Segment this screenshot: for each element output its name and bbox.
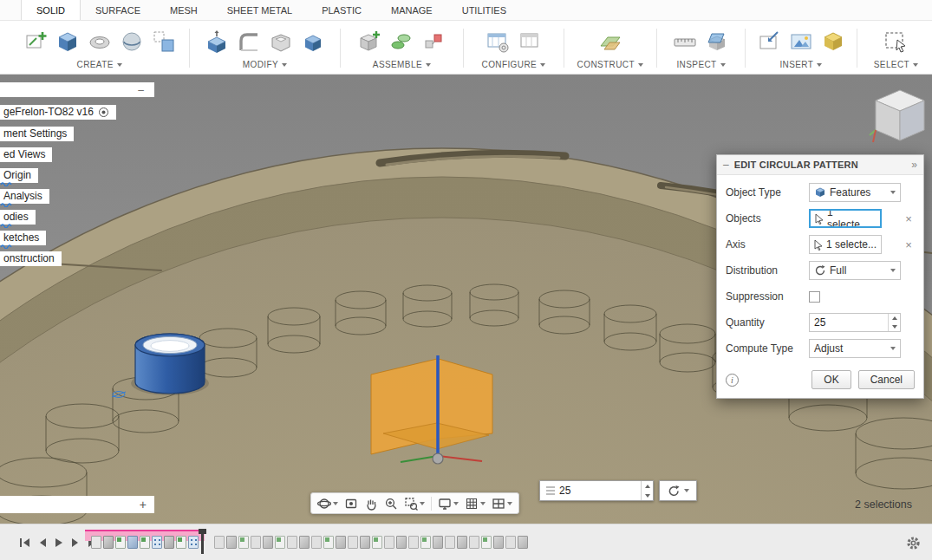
browser-item-sketches[interactable]: ketches <box>0 231 46 245</box>
orbit-tool[interactable] <box>317 497 338 511</box>
extrude-icon[interactable] <box>55 29 80 54</box>
sketch-feature-icon[interactable] <box>420 536 431 549</box>
selected-cylinder[interactable] <box>131 334 209 395</box>
plain-feature-icon[interactable] <box>505 536 516 549</box>
sketch-feature-icon[interactable] <box>481 536 492 549</box>
primitive-box-icon[interactable] <box>152 29 176 54</box>
ok-button[interactable]: OK <box>811 370 851 389</box>
browser-item-origin[interactable]: Origin <box>0 168 38 183</box>
box-feature-icon[interactable] <box>226 536 237 549</box>
fillet-icon[interactable] <box>237 29 261 54</box>
pattern-feature-icon[interactable] <box>152 536 162 549</box>
select-tool-icon[interactable] <box>883 29 908 54</box>
distribution-dropdown[interactable]: Full <box>809 261 901 280</box>
browser-add-button[interactable]: + <box>140 498 147 511</box>
select-menu[interactable]: SELECT <box>874 60 918 69</box>
quantity-input[interactable] <box>810 314 888 331</box>
chevron-down-icon[interactable] <box>420 502 425 505</box>
shell-icon[interactable] <box>269 29 293 54</box>
configuration-table-icon[interactable] <box>518 29 542 54</box>
window-zoom-tool[interactable] <box>404 497 425 511</box>
sketch-feature-icon[interactable] <box>238 536 249 549</box>
canvas-quantity-stepper[interactable] <box>641 481 653 500</box>
construction-plane-icon[interactable] <box>598 29 622 54</box>
insert-menu[interactable]: INSERT <box>779 60 822 69</box>
dialog-header[interactable]: – EDIT CIRCULAR PATTERN » <box>717 155 923 175</box>
section-analysis-icon[interactable] <box>705 29 729 54</box>
quantity-stepper[interactable] <box>888 314 900 331</box>
tab-mesh[interactable]: MESH <box>155 0 212 20</box>
tab-utilities[interactable]: UTILITIES <box>447 0 521 20</box>
chevron-down-icon[interactable] <box>480 502 486 505</box>
browser-item-construction[interactable]: onstruction <box>0 251 62 266</box>
create-sketch-icon[interactable] <box>23 29 48 54</box>
box-feature-icon[interactable] <box>457 536 467 549</box>
extrude-feature-icon[interactable] <box>127 536 138 549</box>
object-type-dropdown[interactable]: Features <box>809 183 901 202</box>
sketch-feature-icon[interactable] <box>176 536 186 549</box>
assemble-menu[interactable]: ASSEMBLE <box>373 60 431 69</box>
spin-up-icon[interactable] <box>892 316 897 320</box>
configuration-icon[interactable] <box>486 29 510 54</box>
pattern-feature-icon[interactable] <box>188 536 199 549</box>
sweep-icon[interactable] <box>120 29 144 54</box>
plain-feature-icon[interactable] <box>408 536 419 549</box>
cancel-button[interactable]: Cancel <box>858 370 915 389</box>
press-pull-icon[interactable] <box>205 29 229 54</box>
quantity-field[interactable] <box>539 480 654 501</box>
plain-feature-icon[interactable] <box>287 536 297 549</box>
canvas-icon[interactable] <box>821 29 845 54</box>
box-feature-icon[interactable] <box>164 536 174 549</box>
tab-sheet-metal[interactable]: SHEET METAL <box>212 0 307 20</box>
dialog-more-icon[interactable]: » <box>911 159 917 171</box>
plain-feature-icon[interactable] <box>214 536 225 549</box>
browser-item-document[interactable]: geFrelon-TO82 v16 <box>0 105 116 120</box>
angle-type-dropdown[interactable] <box>659 480 697 501</box>
modify-menu[interactable]: MODIFY <box>243 60 287 69</box>
objects-selection-field[interactable]: 1 selecte... <box>809 209 882 228</box>
box-feature-icon[interactable] <box>433 536 443 549</box>
measure-icon[interactable] <box>673 29 697 54</box>
box-feature-icon[interactable] <box>396 536 407 549</box>
view-cube[interactable] <box>869 85 931 153</box>
browser-collapse-button[interactable]: – <box>138 84 144 96</box>
decal-icon[interactable] <box>789 29 813 54</box>
plain-feature-icon[interactable] <box>311 536 322 549</box>
spin-up-icon[interactable] <box>645 485 650 488</box>
clear-objects-button[interactable]: × <box>905 212 912 225</box>
tab-plastic[interactable]: PLASTIC <box>307 0 376 20</box>
timeline-position-marker[interactable] <box>201 529 204 554</box>
tab-manage[interactable]: MANAGE <box>376 0 447 20</box>
compute-type-dropdown[interactable]: Adjust <box>809 339 901 358</box>
create-menu[interactable]: CREATE <box>77 60 122 69</box>
insert-derive-icon[interactable] <box>757 29 781 54</box>
sketch-feature-icon[interactable] <box>275 536 285 549</box>
info-icon[interactable]: i <box>726 374 739 387</box>
configure-menu[interactable]: CONFIGURE <box>482 60 546 69</box>
sketch-feature-icon[interactable] <box>372 536 382 549</box>
timeline-settings-gear-icon[interactable] <box>905 535 922 551</box>
box-feature-icon[interactable] <box>518 536 528 549</box>
browser-item-named-views[interactable]: ed Views <box>0 147 52 162</box>
tab-surface[interactable]: SURFACE <box>81 0 155 20</box>
display-settings-tool[interactable] <box>438 497 459 511</box>
box-feature-icon[interactable] <box>360 536 370 549</box>
marker-handle[interactable] <box>199 529 206 534</box>
viewports-tool[interactable] <box>492 497 512 511</box>
rigid-group-icon[interactable] <box>421 29 446 54</box>
spin-down-icon[interactable] <box>645 494 650 498</box>
canvas-quantity-input[interactable] <box>556 485 641 497</box>
doc-feature-icon[interactable] <box>91 536 101 549</box>
revolve-icon[interactable] <box>88 29 112 54</box>
box-feature-icon[interactable] <box>103 536 114 549</box>
activate-component-radio[interactable] <box>98 107 109 118</box>
construct-menu[interactable]: CONSTRUCT <box>577 60 643 69</box>
plain-feature-icon[interactable] <box>251 536 261 549</box>
sketch-feature-icon[interactable] <box>323 536 334 549</box>
sketch-feature-icon[interactable] <box>140 536 150 549</box>
step-back-button[interactable] <box>38 537 47 548</box>
box-feature-icon[interactable] <box>336 536 346 549</box>
box-feature-icon[interactable] <box>299 536 310 549</box>
go-to-start-button[interactable] <box>19 537 30 548</box>
pan-tool[interactable] <box>364 497 378 511</box>
